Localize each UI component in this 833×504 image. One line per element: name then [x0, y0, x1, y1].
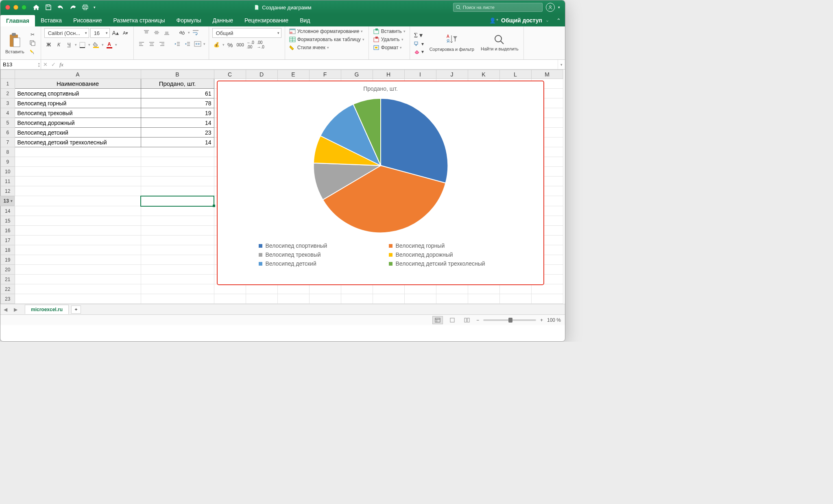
cell[interactable]	[15, 255, 141, 265]
cell[interactable]	[15, 177, 141, 186]
page-break-view-icon[interactable]	[462, 316, 472, 324]
cell[interactable]	[214, 284, 246, 294]
cell[interactable]: Велосипед трековый	[15, 108, 141, 118]
align-left-icon[interactable]	[137, 39, 146, 48]
column-header[interactable]: I	[404, 70, 436, 79]
row-header[interactable]: 23	[1, 294, 15, 304]
clear-icon[interactable]: ▾	[413, 48, 425, 55]
paste-button[interactable]: Вставить	[4, 31, 26, 55]
cell[interactable]	[373, 284, 404, 294]
zoom-out-icon[interactable]: −	[476, 317, 479, 323]
formula-input[interactable]	[65, 60, 558, 69]
cell[interactable]	[141, 236, 214, 245]
row-header[interactable]: 18	[1, 245, 15, 255]
cell[interactable]	[141, 226, 214, 236]
sheet-tab[interactable]: microexcel.ru	[25, 305, 69, 314]
expand-formula-icon[interactable]: ▾	[558, 60, 565, 69]
cell[interactable]	[15, 186, 141, 196]
cell[interactable]	[141, 177, 214, 186]
cell[interactable]	[277, 284, 309, 294]
row-header[interactable]: 21	[1, 275, 15, 284]
row-header[interactable]: 16	[1, 226, 15, 236]
cell[interactable]	[15, 265, 141, 275]
cell[interactable]	[15, 206, 141, 216]
column-header[interactable]: G	[341, 70, 373, 79]
percent-icon[interactable]: %	[226, 40, 235, 49]
row-header[interactable]: 5	[1, 118, 15, 128]
worksheet[interactable]: ABCDEFGHIJKLM1НаименованиеПродано, шт.2В…	[0, 70, 565, 304]
cell[interactable]	[141, 255, 214, 265]
bold-button[interactable]: Ж	[44, 40, 53, 49]
pie-chart[interactable]: Продано, шт. Велосипед спортивныйВелосип…	[217, 81, 544, 285]
font-color-icon[interactable]: A	[105, 40, 114, 49]
column-header[interactable]: L	[499, 70, 531, 79]
cell[interactable]	[214, 294, 246, 304]
increase-indent-icon[interactable]	[183, 39, 192, 48]
tab-разметка страницы[interactable]: Разметка страницы	[108, 14, 171, 26]
normal-view-icon[interactable]	[432, 316, 443, 324]
cell[interactable]	[277, 294, 309, 304]
cell[interactable]	[499, 294, 531, 304]
copy-icon[interactable]	[28, 39, 37, 47]
conditional-formatting-button[interactable]: Условное форматирование ▾	[288, 28, 364, 35]
row-header[interactable]: 19	[1, 255, 15, 265]
cell[interactable]	[15, 216, 141, 226]
minimize-window-icon[interactable]	[13, 5, 18, 10]
cell[interactable]	[436, 294, 468, 304]
cell[interactable]	[141, 167, 214, 177]
cell[interactable]	[499, 284, 531, 294]
column-header[interactable]: B	[141, 70, 214, 79]
tab-главная[interactable]: Главная	[0, 15, 35, 26]
tab-вставка[interactable]: Вставка	[35, 14, 68, 26]
cell[interactable]	[15, 157, 141, 167]
cell[interactable]	[309, 294, 341, 304]
cell[interactable]: Велосипед детский трехколесный	[15, 137, 141, 147]
align-middle-icon[interactable]	[152, 28, 161, 37]
column-header[interactable]: C	[214, 70, 246, 79]
row-header[interactable]: 22	[1, 284, 15, 294]
cell[interactable]: Продано, шт.	[141, 79, 214, 89]
fill-color-icon[interactable]	[92, 40, 100, 49]
autosum-icon[interactable]: Σ ▾	[413, 31, 425, 39]
cell[interactable]	[531, 284, 563, 294]
row-header[interactable]: 15	[1, 216, 15, 226]
cell[interactable]	[141, 275, 214, 284]
account-icon[interactable]	[546, 3, 555, 12]
cell[interactable]	[341, 294, 373, 304]
name-box[interactable]: B13▴▾	[0, 60, 41, 69]
row-header[interactable]: 4	[1, 108, 15, 118]
cell[interactable]: Велосипед спортивный	[15, 89, 141, 98]
decrease-font-icon[interactable]: A▾	[121, 28, 130, 37]
cell[interactable]	[15, 245, 141, 255]
row-header[interactable]: 6	[1, 128, 15, 137]
cell[interactable]: Наименование	[15, 79, 141, 89]
cell[interactable]	[15, 275, 141, 284]
cell[interactable]	[246, 284, 277, 294]
row-header[interactable]: 20	[1, 265, 15, 275]
cell[interactable]	[436, 284, 468, 294]
underline-button[interactable]: Ч	[65, 40, 74, 49]
save-icon[interactable]	[43, 2, 54, 12]
cell[interactable]: 23	[141, 128, 214, 137]
number-format-select[interactable]: Общий	[212, 28, 281, 38]
tab-рецензирование[interactable]: Рецензирование	[239, 14, 294, 26]
italic-button[interactable]: К	[55, 40, 63, 49]
cell[interactable]	[141, 245, 214, 255]
sheet-prev-icon[interactable]: ◀	[0, 307, 11, 312]
insert-cells-button[interactable]: Вставить ▾	[372, 28, 406, 35]
cell[interactable]: Велосипед дорожный	[15, 118, 141, 128]
row-header[interactable]: 12	[1, 186, 15, 196]
column-header[interactable]: E	[277, 70, 309, 79]
cell[interactable]	[15, 147, 141, 157]
cell[interactable]	[15, 196, 141, 206]
cell[interactable]	[15, 167, 141, 177]
accept-formula-icon[interactable]: ✓	[49, 60, 57, 69]
cell[interactable]: 14	[141, 137, 214, 147]
cell[interactable]	[141, 206, 214, 216]
undo-icon[interactable]	[55, 2, 66, 12]
sheet-next-icon[interactable]: ▶	[11, 307, 21, 312]
row-header[interactable]: 9	[1, 157, 15, 167]
column-header[interactable]: M	[531, 70, 563, 79]
row-header[interactable]: 11	[1, 177, 15, 186]
cell[interactable]: Велосипед горный	[15, 98, 141, 108]
